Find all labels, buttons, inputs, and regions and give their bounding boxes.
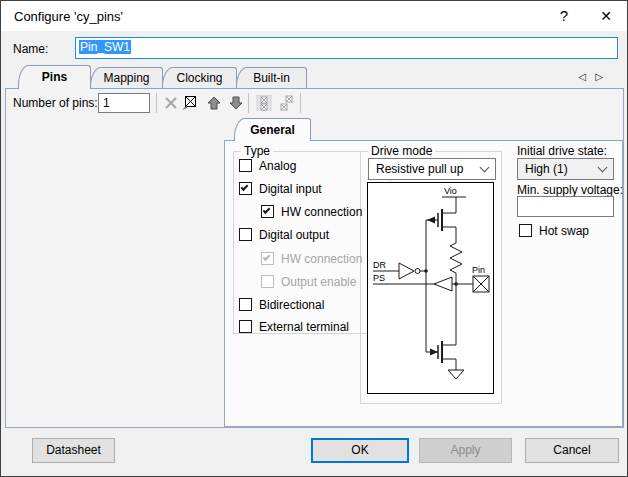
configure-dialog: Configure 'cy_pins' ? ✕ Name: Pin_SW1 Pi… — [0, 0, 628, 477]
bidirectional-checkbox[interactable] — [239, 298, 252, 311]
drive-mode-select[interactable]: Resistive pull up — [368, 158, 496, 180]
external-terminal-label: External terminal — [259, 320, 349, 334]
hw-connection-in-checkbox[interactable] — [261, 205, 274, 218]
chevron-down-icon — [480, 162, 490, 172]
tab-general[interactable]: General — [234, 118, 311, 141]
drive-mode-label: Drive mode — [368, 144, 435, 158]
tab-clocking[interactable]: Clocking — [162, 67, 237, 88]
number-of-pins-label: Number of pins: — [13, 96, 98, 110]
apply-button: Apply — [419, 438, 512, 463]
chevron-down-icon — [598, 162, 608, 172]
delete-x-icon — [163, 95, 179, 111]
digital-output-label: Digital output — [259, 228, 329, 242]
tab-scroll-left-icon[interactable]: ◁ — [575, 71, 589, 82]
number-of-pins-input[interactable]: 1 — [98, 93, 150, 113]
min-supply-voltage-input[interactable] — [517, 196, 614, 217]
initial-drive-state-value: High (1) — [525, 162, 568, 176]
hw-connection-out-checkbox — [261, 252, 274, 265]
dialog-title: Configure 'cy_pins' — [14, 9, 123, 24]
hw-connection-out-checkbox-row: HW connection — [261, 251, 362, 266]
diagram-ps-label: PS — [373, 273, 385, 283]
drive-mode-diagram: Vio DR PS Pin — [367, 182, 494, 394]
tab-pins[interactable]: Pins — [18, 65, 91, 89]
analog-checkbox-row: Analog — [239, 158, 296, 173]
toolbar-separator — [156, 93, 157, 113]
hot-swap-label: Hot swap — [539, 224, 589, 238]
digital-input-checkbox[interactable] — [239, 182, 252, 195]
output-enable-checkbox — [261, 275, 274, 288]
digital-input-checkbox-row: Digital input — [239, 181, 322, 196]
close-icon[interactable]: ✕ — [591, 5, 621, 27]
add-pin-button[interactable] — [179, 93, 199, 113]
stacked-pins-icon — [256, 95, 272, 111]
digital-output-checkbox[interactable] — [239, 228, 252, 241]
help-icon[interactable]: ? — [549, 5, 579, 27]
diagonal-pins-icon — [278, 95, 294, 111]
diagram-vio-label: Vio — [444, 186, 457, 196]
toolbar-separator — [248, 93, 249, 113]
pins-separate-terminals-button — [276, 93, 296, 113]
initial-drive-state-select[interactable]: High (1) — [517, 158, 614, 180]
bidirectional-label: Bidirectional — [259, 298, 324, 312]
up-arrow-icon — [206, 95, 222, 111]
add-pin-icon — [181, 95, 197, 111]
min-supply-voltage-label: Min. supply voltage: — [517, 183, 623, 197]
name-label: Name: — [13, 42, 48, 56]
hot-swap-checkbox-row: Hot swap — [519, 223, 589, 238]
hw-connection-in-checkbox-row: HW connection — [261, 204, 362, 219]
hw-connection-out-label: HW connection — [281, 252, 362, 266]
delete-pin-button — [161, 93, 181, 113]
name-input-selected-text: Pin_SW1 — [79, 40, 131, 54]
tab-mapping[interactable]: Mapping — [90, 67, 163, 88]
move-pin-down-button[interactable] — [226, 93, 246, 113]
digital-output-checkbox-row: Digital output — [239, 227, 329, 242]
digital-input-label: Digital input — [259, 182, 322, 196]
name-input[interactable]: Pin_SW1 — [75, 37, 618, 59]
diagram-pin-label: Pin — [472, 265, 485, 275]
external-terminal-checkbox-row: External terminal — [239, 319, 349, 334]
tab-built-in[interactable]: Built-in — [236, 67, 307, 88]
cancel-button[interactable]: Cancel — [525, 438, 619, 463]
output-enable-label: Output enable — [281, 275, 356, 289]
output-enable-checkbox-row: Output enable — [261, 274, 356, 289]
ok-button[interactable]: OK — [311, 438, 409, 463]
down-arrow-icon — [228, 95, 244, 111]
hw-connection-in-label: HW connection — [281, 205, 362, 219]
drive-mode-value: Resistive pull up — [376, 162, 463, 176]
toolbar-separator — [300, 93, 301, 113]
bidirectional-checkbox-row: Bidirectional — [239, 297, 324, 312]
move-pin-up-button[interactable] — [204, 93, 224, 113]
datasheet-button[interactable]: Datasheet — [32, 438, 115, 463]
pins-same-terminal-button — [254, 93, 274, 113]
title-bar: Configure 'cy_pins' ? ✕ — [1, 1, 627, 31]
diagram-dr-label: DR — [373, 260, 386, 270]
type-group-label: Type — [241, 144, 273, 158]
analog-label: Analog — [259, 159, 296, 173]
external-terminal-checkbox[interactable] — [239, 320, 252, 333]
analog-checkbox[interactable] — [239, 159, 252, 172]
tab-scroll-right-icon[interactable]: ▷ — [592, 71, 606, 82]
hot-swap-checkbox[interactable] — [519, 224, 532, 237]
initial-drive-state-label: Initial drive state: — [517, 144, 607, 158]
